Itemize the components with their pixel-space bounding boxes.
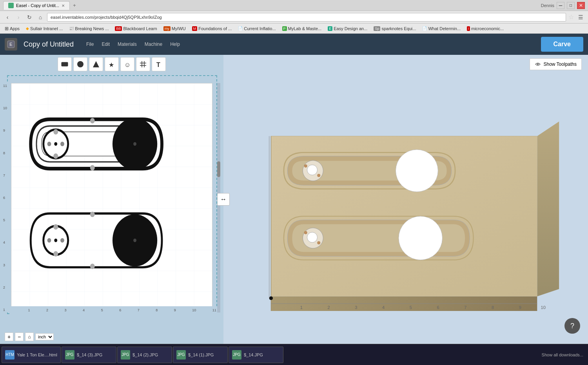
bookmark-blackboard[interactable]: BB Blackboard Learn [113, 25, 159, 32]
rectangle-tool[interactable] [58, 57, 72, 71]
grid-tool[interactable] [136, 57, 150, 71]
taskbar-item-0[interactable]: HTM Yale 1 Ton Ele....html [2, 347, 61, 363]
ruler-y-4: 4 [3, 240, 11, 244]
refresh-button[interactable]: ↻ [25, 13, 34, 22]
ruler-y-11: 11 [3, 84, 11, 88]
easydesign-icon: E [328, 26, 332, 31]
svg-point-60 [269, 296, 272, 300]
app-title: Copy of Untitled [24, 40, 74, 49]
triangle-tool[interactable] [89, 57, 103, 71]
browser-tab[interactable]: Easel - Copy of Untit... ✕ [3, 1, 70, 10]
svg-point-14 [54, 142, 57, 146]
bookmark-easydesign-label: Easy Design an... [334, 26, 367, 31]
3d-preview[interactable]: 1 2 3 4 5 6 7 8 9 10 [223, 74, 588, 344]
menu-edit[interactable]: Edit [98, 40, 113, 49]
ellipse-tool[interactable] [73, 57, 87, 71]
app-logo: E [5, 38, 17, 51]
ruler-x-10: 10 [192, 308, 196, 312]
zoom-in-button[interactable]: + [5, 332, 13, 341]
scrollbar-thumb-v[interactable] [217, 161, 220, 177]
zoom-out-button[interactable]: − [15, 332, 24, 341]
bookmark-mylab[interactable]: P MyLab & Maste... [280, 25, 324, 32]
menu-help[interactable]: Help [167, 40, 183, 49]
workspace: ★ ☺ T 11 10 [0, 55, 588, 344]
bookmark-microeconomic[interactable]: i microeconomic... [465, 25, 506, 32]
address-bar[interactable] [47, 13, 566, 22]
bookmark-breaking-news[interactable]: 📰 Breaking News ... [67, 25, 111, 32]
ruler-x-4: 4 [83, 308, 85, 312]
forward-button[interactable]: › [14, 13, 23, 22]
svg-point-52 [304, 164, 307, 167]
browser-navbar: ‹ › ↻ ⌂ ☆ ☰ [0, 11, 588, 23]
svg-point-56 [307, 232, 317, 242]
minimize-button[interactable]: ─ [557, 2, 564, 9]
taskbar-icon-img-2: JPG [121, 350, 130, 360]
app-header: E Copy of Untitled File Edit Materials M… [0, 34, 588, 55]
taskbar-label-3: $_14 (1).JPG [188, 352, 214, 357]
design-svg [11, 83, 212, 312]
help-button[interactable]: ? [564, 318, 580, 334]
home-nav-button[interactable]: ⌂ [36, 13, 45, 22]
ruler-x-2: 2 [46, 308, 48, 312]
exchange-view-button[interactable]: ↔ [217, 193, 230, 206]
bookmark-inflation[interactable]: 📄 Current Inflatio... [236, 25, 278, 32]
bookmark-foundations-label: Foundations of ... [198, 26, 232, 31]
preview-svg: 1 2 3 4 5 6 7 8 9 10 [242, 87, 570, 331]
bookmark-whatdetermines[interactable]: 📄 What Determin... [420, 25, 463, 32]
ruler-bottom: 1 2 3 4 5 6 7 8 9 10 11 [11, 306, 217, 314]
bookmark-myiwu[interactable]: my MyIWU [161, 25, 188, 32]
taskbar-label-1: $_14 (3).JPG [77, 352, 102, 357]
taskbar-item-3[interactable]: JPG $_14 (1).JPG [173, 347, 228, 363]
text-tool[interactable]: T [152, 57, 166, 71]
menu-button[interactable]: ☰ [576, 13, 585, 22]
smiley-tool[interactable]: ☺ [120, 57, 134, 71]
show-toolpaths-button[interactable]: Show Toolpaths [530, 58, 582, 70]
sullair-icon: ◆ [26, 26, 29, 31]
menu-machine[interactable]: Machine [142, 40, 165, 49]
ruler-y-3: 3 [3, 263, 11, 267]
svg-text:6: 6 [437, 305, 439, 310]
taskbar-icon-img-3: JPG [176, 350, 186, 360]
bookmark-star[interactable]: ☆ [568, 13, 574, 21]
svg-point-19 [90, 118, 95, 123]
bookmark-sullair[interactable]: ◆ Sullair Intranet ... [24, 25, 65, 32]
taskbar-item-4[interactable]: JPG $_14.JPG [229, 347, 283, 363]
taskbar-item-1[interactable]: JPG $_14 (3).JPG [62, 347, 116, 363]
sparknotes-icon: Sp [374, 26, 380, 31]
svg-point-30 [90, 264, 95, 269]
menu-materials[interactable]: Materials [114, 40, 140, 49]
svg-point-54 [396, 149, 438, 192]
star-tool[interactable]: ★ [105, 57, 119, 71]
show-all-downloads[interactable]: Show all downloads... [539, 351, 586, 359]
bookmark-bb-label: Blackboard Learn [123, 26, 157, 31]
unit-selector[interactable]: inch mm [35, 333, 54, 340]
back-button[interactable]: ‹ [3, 13, 12, 22]
tab-close-button[interactable]: ✕ [62, 4, 65, 8]
taskbar-icon-html: HTM [5, 350, 15, 360]
svg-text:9: 9 [519, 305, 521, 310]
bookmarks-bar: ⊞ Apps ◆ Sullair Intranet ... 📰 Breaking… [0, 23, 588, 34]
mylab-icon: P [282, 26, 287, 31]
bookmark-easydesign[interactable]: E Easy Design an... [325, 25, 370, 32]
carve-button[interactable]: Carve [541, 37, 583, 52]
bookmark-foundations[interactable]: M Foundations of ... [190, 25, 234, 32]
bookmark-apps[interactable]: ⊞ Apps [2, 25, 22, 32]
fit-view-button[interactable]: ⌂ [25, 332, 34, 341]
bookmark-sparknotes[interactable]: Sp sparknotes Equi... [371, 25, 418, 32]
menu-file[interactable]: File [83, 40, 97, 49]
myiwu-icon: my [163, 26, 171, 31]
micro-icon: i [467, 26, 470, 31]
close-window-button[interactable]: ✕ [577, 2, 585, 9]
design-canvas[interactable] [11, 83, 212, 313]
svg-text:E: E [9, 42, 12, 47]
svg-point-15 [47, 142, 51, 146]
ruler-y-2: 2 [3, 285, 11, 289]
maximize-button[interactable]: □ [567, 2, 575, 9]
ruler-y-10: 10 [3, 106, 11, 110]
svg-point-25 [47, 238, 51, 242]
ruler-y-7: 7 [3, 173, 11, 177]
taskbar-item-2[interactable]: JPG $_14 (2).JPG [117, 347, 172, 363]
svg-point-28 [133, 239, 136, 242]
new-tab-button[interactable]: + [70, 1, 79, 10]
ruler-x-1: 1 [28, 308, 30, 312]
